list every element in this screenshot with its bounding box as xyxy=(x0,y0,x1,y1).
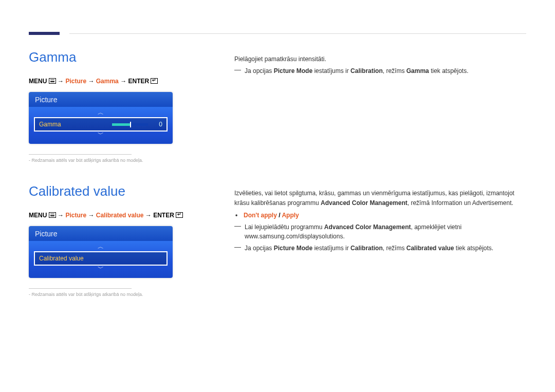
breadcrumb-gamma: MENU → Picture → Gamma → ENTER xyxy=(29,78,214,85)
section-gamma: Gamma MENU → Picture → Gamma → ENTER Pic… xyxy=(29,49,526,163)
calibrated-options: • Don't apply / Apply xyxy=(235,211,526,220)
note-text: Redzamais attēls var būt atšķirīgs atkar… xyxy=(32,158,143,163)
osd-row-gamma[interactable]: Gamma 0 xyxy=(34,117,168,132)
t: Ja opcijas xyxy=(245,245,274,252)
osd-title: Picture xyxy=(29,92,173,107)
gamma-slider[interactable] xyxy=(112,123,148,126)
enter-icon xyxy=(151,78,158,84)
arrow-icon: → xyxy=(58,78,65,85)
section-gamma-right: Pielāgojiet pamatkrāsu intensitāti. ― Ja… xyxy=(234,49,526,163)
dash-icon: ― xyxy=(234,222,242,241)
divider xyxy=(29,288,132,289)
gamma-desc-dash: ― Ja opcijas Picture Mode iestatījums ir… xyxy=(234,66,526,76)
breadcrumb-enter-label: ENTER xyxy=(128,78,149,85)
arrow-icon: → xyxy=(58,212,65,219)
note-calibrated: - Redzamais attēls var būt atšķirīgs atk… xyxy=(29,292,214,297)
dash-icon: ― xyxy=(234,244,242,253)
section-title-gamma: Gamma xyxy=(29,49,214,65)
header-rule-line xyxy=(69,33,526,34)
t: tiek atspējots. xyxy=(454,245,493,252)
osd-body: ︿ Calibrated value ﹀ xyxy=(29,241,173,278)
note-text: Redzamais attēls var būt atšķirīgs atkar… xyxy=(32,292,143,297)
gamma-desc-line1: Pielāgojiet pamatkrāsu intensitāti. xyxy=(234,54,526,64)
t: , režīms xyxy=(383,245,406,252)
t: Picture Mode xyxy=(274,67,312,74)
t: tiek atspējots. xyxy=(429,67,469,74)
t: , režīmā Information un Advertisement. xyxy=(408,199,513,207)
section-calibrated-left: Calibrated value MENU → Picture → Calibr… xyxy=(29,183,214,297)
calibrated-dash2: ― Ja opcijas Picture Mode iestatījums ir… xyxy=(234,244,526,253)
calibrated-dash2-body: Ja opcijas Picture Mode iestatījums ir C… xyxy=(245,244,526,253)
section-gamma-left: Gamma MENU → Picture → Gamma → ENTER Pic… xyxy=(29,49,214,163)
menu-icon xyxy=(49,78,56,84)
t: Calibrated value xyxy=(406,245,454,252)
gamma-desc-dash-body: Ja opcijas Picture Mode iestatījums ir C… xyxy=(245,66,526,76)
note-gamma: - Redzamais attēls var būt atšķirīgs atk… xyxy=(29,158,214,163)
osd-panel-calibrated: Picture ︿ Calibrated value ﹀ xyxy=(29,226,173,278)
breadcrumb-enter-label: ENTER xyxy=(153,212,174,219)
chevron-down-icon[interactable]: ﹀ xyxy=(34,266,168,273)
section-calibrated: Calibrated value MENU → Picture → Calibr… xyxy=(29,183,526,297)
osd-row-label: Calibrated value xyxy=(39,255,162,262)
breadcrumb-picture: Picture xyxy=(65,212,86,219)
breadcrumb-picture: Picture xyxy=(65,78,86,85)
t: iestatījums ir xyxy=(312,67,350,74)
t: Advanced Color Management xyxy=(321,199,408,207)
arrow-icon: → xyxy=(120,78,128,85)
t: Ja opcijas xyxy=(245,67,274,74)
osd-row-calibrated[interactable]: Calibrated value xyxy=(34,251,168,266)
arrow-icon: → xyxy=(145,212,153,219)
header-accent-bar xyxy=(29,32,60,35)
breadcrumb-item: Gamma xyxy=(96,78,119,85)
arrow-icon: → xyxy=(88,78,96,85)
calibrated-desc-para: Izvēlieties, vai lietot spilgtuma, krāsu… xyxy=(234,189,526,208)
t: Calibration xyxy=(350,67,383,74)
option-apply: Apply xyxy=(282,212,299,219)
option-dont-apply: Don't apply xyxy=(244,212,277,219)
section-title-calibrated: Calibrated value xyxy=(29,183,214,199)
gamma-value: 0 xyxy=(152,121,162,128)
t: Advanced Color Management xyxy=(324,223,411,231)
chevron-up-icon[interactable]: ︿ xyxy=(34,244,168,251)
breadcrumb-calibrated: MENU → Picture → Calibrated value → ENTE… xyxy=(29,212,214,219)
t: Gamma xyxy=(406,67,429,74)
calibrated-dash1: ― Lai lejupielādētu programmu Advanced C… xyxy=(234,222,526,241)
breadcrumb-menu-label: MENU xyxy=(29,78,47,85)
chevron-down-icon[interactable]: ﹀ xyxy=(34,132,168,139)
dash-icon: ― xyxy=(234,66,242,76)
breadcrumb-menu-label: MENU xyxy=(29,212,47,219)
osd-panel-gamma: Picture ︿ Gamma 0 ﹀ xyxy=(29,92,173,144)
page-content: Gamma MENU → Picture → Gamma → ENTER Pic… xyxy=(29,49,526,318)
calibrated-options-body: Don't apply / Apply xyxy=(244,211,299,220)
osd-body: ︿ Gamma 0 ﹀ xyxy=(29,107,173,144)
osd-title: Picture xyxy=(29,226,173,241)
t: iestatījums ir xyxy=(312,245,350,252)
chevron-up-icon[interactable]: ︿ xyxy=(34,110,168,117)
enter-icon xyxy=(176,212,183,218)
t: Picture Mode xyxy=(274,245,312,252)
arrow-icon: → xyxy=(88,212,96,219)
bullet-icon: • xyxy=(235,211,240,220)
breadcrumb-item: Calibrated value xyxy=(96,212,144,219)
osd-row-label: Gamma xyxy=(39,121,108,128)
t: Lai lejupielādētu programmu xyxy=(245,223,324,231)
divider xyxy=(29,154,132,155)
option-sep: / xyxy=(277,212,282,219)
menu-icon xyxy=(49,212,56,218)
t: , režīms xyxy=(383,67,406,74)
section-calibrated-right: Izvēlieties, vai lietot spilgtuma, krāsu… xyxy=(234,183,526,297)
calibrated-dash1-body: Lai lejupielādētu programmu Advanced Col… xyxy=(245,222,526,241)
t: Calibration xyxy=(350,245,383,252)
